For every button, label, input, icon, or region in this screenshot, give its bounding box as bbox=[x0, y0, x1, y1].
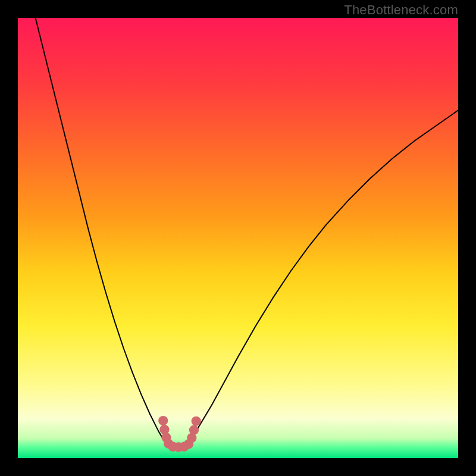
marker-dot bbox=[158, 416, 168, 425]
curve-layer bbox=[18, 18, 458, 458]
right-branch-curve bbox=[190, 110, 458, 443]
plot-area bbox=[18, 18, 458, 458]
bottleneck-chart: TheBottleneck.com bbox=[0, 0, 476, 476]
marker-dot bbox=[189, 425, 199, 435]
marker-dot bbox=[192, 416, 201, 426]
marker-cluster bbox=[158, 416, 201, 452]
watermark-text: TheBottleneck.com bbox=[344, 2, 458, 18]
left-branch-curve bbox=[36, 18, 165, 443]
